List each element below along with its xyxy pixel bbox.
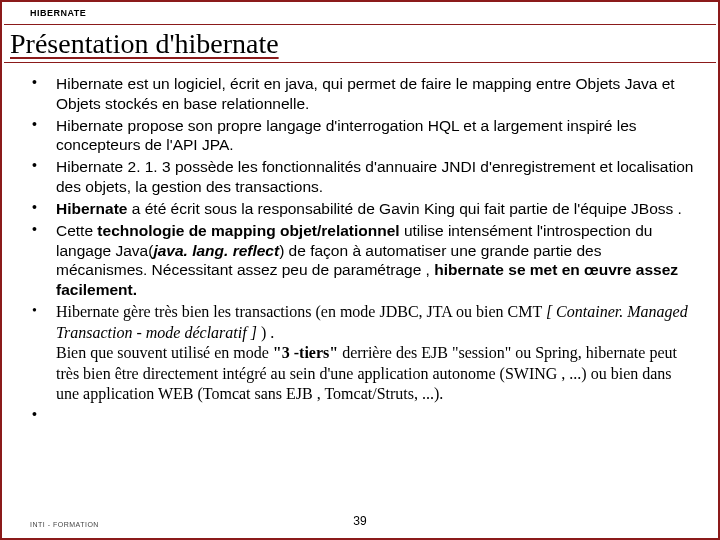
page-title: Présentation d'hibernate (10, 28, 279, 60)
slide-frame: HIBERNATE Présentation d'hibernate Hiber… (0, 0, 720, 540)
list-item: Hibernate propose son propre langage d'i… (30, 116, 696, 156)
footer-left: INTI - FORMATION (30, 521, 99, 528)
text: ) . (257, 324, 274, 341)
list-item: Hibernate gère très bien les transaction… (30, 302, 696, 404)
divider-top (4, 24, 716, 25)
text-bold: "3 -tiers" (273, 344, 338, 361)
page-number: 39 (353, 514, 366, 528)
text-bold: Hibernate (56, 200, 132, 217)
list-item: Hibernate 2. 1. 3 possède les fonctionna… (30, 157, 696, 197)
list-item: Hibernate a été écrit sous la responsabi… (30, 199, 696, 219)
text-bold-italic: java. lang. reflect (153, 242, 279, 259)
list-item: Cette technologie de mapping objet/relat… (30, 221, 696, 300)
text-bold: technologie de mapping objet/relationnel (97, 222, 399, 239)
divider-title (4, 62, 716, 63)
text: Bien que souvent utilisé en mode (56, 344, 273, 361)
list-item-empty (30, 406, 696, 426)
header-label: HIBERNATE (30, 8, 86, 18)
text: Cette (56, 222, 97, 239)
list-item: Hibernate est un logiciel, écrit en java… (30, 74, 696, 114)
text: Hibernate gère très bien les transaction… (56, 303, 546, 320)
content-area: Hibernate est un logiciel, écrit en java… (30, 74, 696, 498)
bullet-list: Hibernate est un logiciel, écrit en java… (30, 74, 696, 426)
text: a été écrit sous la responsabilité de Ga… (132, 200, 682, 217)
